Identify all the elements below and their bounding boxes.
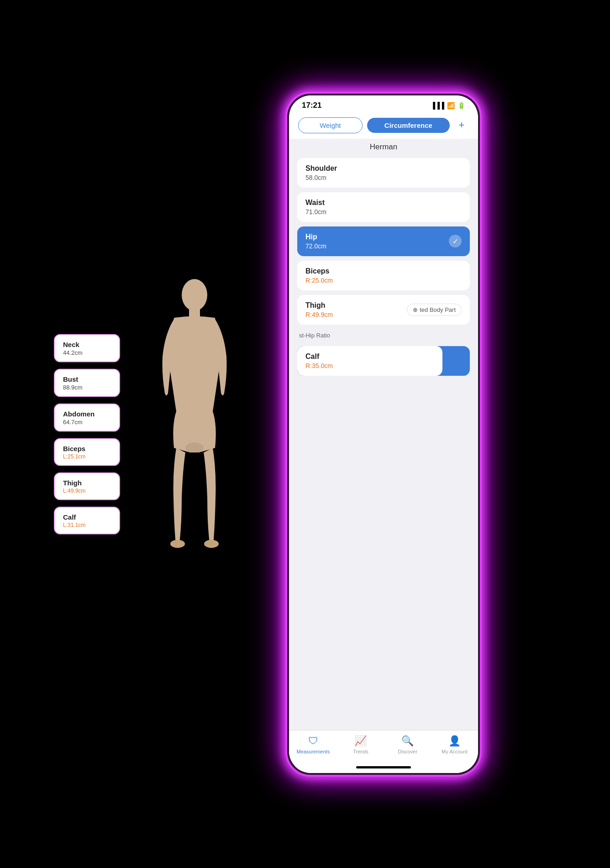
ratio-row: st-Hip Ratio	[297, 329, 470, 342]
float-card-thigh-l[interactable]: Thigh L:49.9cm	[54, 472, 120, 500]
card-value-biceps: R:25.0cm	[305, 277, 462, 284]
nav-item-account[interactable]: 👤 My Account	[439, 735, 471, 754]
thigh-prefix: R:	[305, 311, 312, 318]
svg-point-3	[204, 540, 219, 548]
measurement-card-shoulder[interactable]: Shoulder 58.0cm	[297, 158, 470, 188]
screen-content[interactable]: Shoulder 58.0cm Waist 71.0cm Hip 72.0cm	[289, 153, 478, 730]
measurement-card-thigh[interactable]: Thigh R:49.9cm ⊕ ted Body Part	[297, 295, 470, 325]
card-title-thigh: Thigh	[305, 301, 333, 310]
float-card-bust-title: Bust	[63, 375, 111, 383]
svg-point-0	[182, 279, 207, 311]
measurements-label: Measurements	[296, 749, 330, 754]
biceps-prefix: R:	[305, 277, 312, 284]
discover-label: Discover	[398, 749, 417, 754]
float-card-bust-value: 88.9cm	[63, 384, 111, 390]
card-title-waist: Waist	[305, 199, 462, 207]
svg-point-4	[185, 442, 204, 453]
float-card-biceps-l-title: Biceps	[63, 444, 111, 452]
add-body-part-button[interactable]: ⊕ ted Body Part	[407, 304, 462, 316]
phone: 17:21 ▐▐▐ 📶 🔋 Weight Circumference + Her…	[285, 92, 482, 777]
card-value-waist: 71.0cm	[305, 208, 462, 216]
card-title-shoulder: Shoulder	[305, 164, 462, 173]
measurements-icon: 🛡	[308, 735, 318, 747]
float-card-bust[interactable]: Bust 88.9cm	[54, 368, 120, 397]
hip-card-header: Hip 72.0cm ✓	[305, 233, 462, 250]
calf-row[interactable]: Calf R:35.0cm	[297, 346, 470, 376]
status-icons: ▐▐▐ 📶 🔋	[431, 102, 465, 109]
tab-circumference[interactable]: Circumference	[367, 118, 450, 133]
float-card-neck-value: 44.2cm	[63, 349, 111, 356]
float-card-abdomen-value: 64.7cm	[63, 418, 111, 425]
nav-item-trends[interactable]: 📈 Trends	[345, 735, 377, 754]
tab-weight[interactable]: Weight	[298, 117, 363, 133]
float-card-neck[interactable]: Neck 44.2cm	[54, 334, 120, 362]
float-card-abdomen-title: Abdomen	[63, 410, 111, 417]
float-card-calf-l-title: Calf	[63, 513, 111, 521]
user-name: Herman	[289, 139, 478, 153]
measurement-card-hip[interactable]: Hip 72.0cm ✓	[297, 226, 470, 256]
card-title-biceps: Biceps	[305, 267, 462, 275]
biceps-l-prefix: L:	[63, 453, 68, 459]
card-title-hip: Hip	[305, 233, 326, 241]
home-bar-line	[356, 766, 411, 768]
battery-icon: 🔋	[458, 102, 465, 109]
trends-label: Trends	[353, 749, 368, 754]
account-label: My Account	[442, 749, 468, 754]
top-tabs: Weight Circumference +	[289, 114, 478, 139]
plus-circle-icon: ⊕	[413, 306, 418, 313]
status-bar: 17:21 ▐▐▐ 📶 🔋	[289, 95, 478, 114]
account-icon: 👤	[448, 735, 461, 747]
thigh-l-prefix: L:	[63, 487, 68, 494]
nav-item-discover[interactable]: 🔍 Discover	[392, 735, 424, 754]
bottom-nav: 🛡 Measurements 📈 Trends 🔍 Discover 👤 My …	[289, 730, 478, 763]
card-title-calf: Calf	[305, 352, 434, 361]
float-card-biceps-l[interactable]: Biceps L:25.1cm	[54, 438, 120, 466]
thigh-info: Thigh R:49.9cm	[305, 301, 333, 318]
discover-icon: 🔍	[401, 735, 414, 747]
card-value-hip: 72.0cm	[305, 242, 326, 250]
measurement-card-waist[interactable]: Waist 71.0cm	[297, 192, 470, 222]
signal-icon: ▐▐▐	[431, 102, 444, 109]
trends-icon: 📈	[354, 735, 367, 747]
thigh-card-header: Thigh R:49.9cm ⊕ ted Body Part	[305, 301, 462, 318]
status-time: 17:21	[302, 101, 321, 110]
float-card-thigh-l-value: L:49.9cm	[63, 487, 111, 494]
ratio-label: st-Hip Ratio	[299, 332, 330, 339]
float-card-abdomen[interactable]: Abdomen 64.7cm	[54, 403, 120, 431]
card-value-shoulder: 58.0cm	[305, 174, 462, 181]
svg-point-2	[170, 540, 185, 548]
calf-l-prefix: L:	[63, 521, 68, 528]
body-silhouette	[149, 274, 240, 594]
home-bar	[289, 763, 478, 773]
float-card-calf-l[interactable]: Calf L:31.1cm	[54, 506, 120, 534]
measurement-card-calf[interactable]: Calf R:35.0cm	[297, 346, 442, 376]
tab-add-button[interactable]: +	[454, 118, 469, 132]
float-card-neck-title: Neck	[63, 340, 111, 348]
calf-prefix: R:	[305, 362, 312, 369]
check-icon-hip: ✓	[449, 235, 462, 247]
left-measurement-cards: Neck 44.2cm Bust 88.9cm Abdomen 64.7cm B…	[54, 334, 120, 534]
add-body-part-label: ted Body Part	[420, 306, 456, 313]
float-card-calf-l-value: L:31.1cm	[63, 521, 111, 528]
wifi-icon: 📶	[447, 102, 455, 109]
hip-info: Hip 72.0cm	[305, 233, 326, 250]
nav-item-measurements[interactable]: 🛡 Measurements	[296, 735, 330, 754]
card-value-thigh: R:49.9cm	[305, 311, 333, 318]
card-value-calf: R:35.0cm	[305, 362, 434, 369]
float-card-biceps-l-value: L:25.1cm	[63, 453, 111, 459]
float-card-thigh-l-title: Thigh	[63, 479, 111, 486]
phone-screen: 17:21 ▐▐▐ 📶 🔋 Weight Circumference + Her…	[289, 95, 478, 773]
measurement-card-biceps[interactable]: Biceps R:25.0cm	[297, 261, 470, 290]
